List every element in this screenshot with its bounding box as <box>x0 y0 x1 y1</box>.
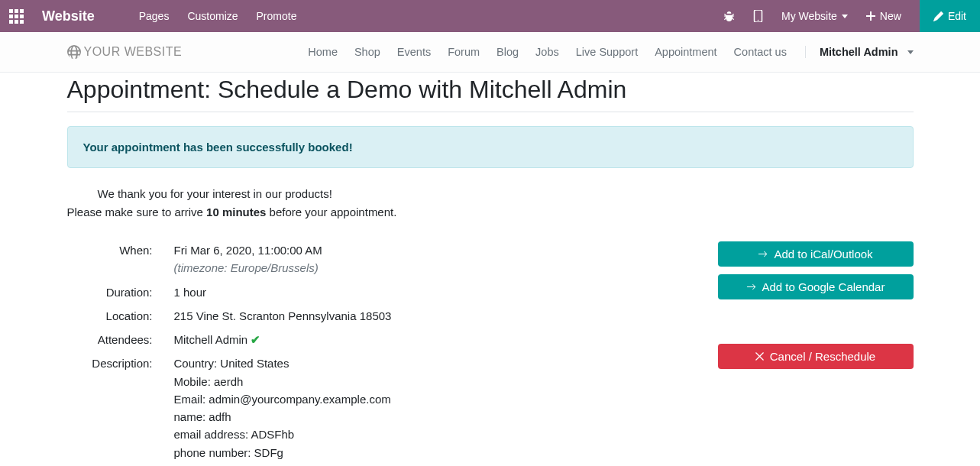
value-description: Country: United States Mobile: aerdh Ema… <box>174 354 687 461</box>
add-gcal-label: Add to Google Calendar <box>762 280 885 293</box>
plus-icon <box>866 11 875 21</box>
detail-when: When: Fri Mar 6, 2020, 11:00:00 AM (time… <box>67 241 687 277</box>
apps-icon[interactable] <box>9 9 24 24</box>
site-nav: YOUR WEBSITE Home Shop Events Forum Blog… <box>55 32 926 72</box>
nav-forum[interactable]: Forum <box>448 46 480 58</box>
desc-email: Email: admin@yourcompany.example.com <box>174 390 687 408</box>
topbar-right: My Website New Edit <box>723 0 971 32</box>
value-when: Fri Mar 6, 2020, 11:00:00 AM (timezone: … <box>174 241 687 277</box>
thanks-line2a: Please make sure to arrive <box>67 205 207 218</box>
when-datetime: Fri Mar 6, 2020, 11:00:00 AM <box>174 244 322 257</box>
title-rule <box>67 112 914 112</box>
thanks-line2: Please make sure to arrive 10 minutes be… <box>67 203 914 222</box>
content-columns: When: Fri Mar 6, 2020, 11:00:00 AM (time… <box>67 241 914 466</box>
add-ical-label: Add to iCal/Outlook <box>774 248 872 261</box>
when-timezone: (timezone: Europe/Brussels) <box>174 261 319 274</box>
mobile-icon[interactable] <box>753 10 763 22</box>
pencil-icon <box>933 11 943 21</box>
page-title: Appointment: Schedule a Demo with Mitche… <box>67 76 914 104</box>
actions-column: Add to iCal/Outlook Add to Google Calend… <box>718 241 914 466</box>
cancel-reschedule-button[interactable]: Cancel / Reschedule <box>718 344 914 369</box>
label-when: When: <box>67 241 174 277</box>
appointment-details: When: Fri Mar 6, 2020, 11:00:00 AM (time… <box>67 241 687 466</box>
menu-pages[interactable]: Pages <box>139 10 170 22</box>
topbar-menu: Pages Customize Promote <box>139 10 297 22</box>
detail-location: Location: 215 Vine St. Scranton Pennsylv… <box>67 307 687 325</box>
nav-home[interactable]: Home <box>308 46 338 58</box>
value-location: 215 Vine St. Scranton Pennsylvania 18503 <box>174 307 687 325</box>
svg-point-1 <box>758 20 759 21</box>
thanks-line2b: 10 minutes <box>206 205 266 218</box>
detail-description: Description: Country: United States Mobi… <box>67 354 687 461</box>
my-website-dropdown[interactable]: My Website <box>781 10 848 22</box>
label-duration: Duration: <box>67 283 174 301</box>
arrow-right-icon <box>758 249 768 259</box>
nav-contact-us[interactable]: Contact us <box>734 46 787 58</box>
close-icon <box>755 352 764 361</box>
desc-mobile: Mobile: aerdh <box>174 373 687 390</box>
nav-appointment[interactable]: Appointment <box>655 46 716 58</box>
label-description: Description: <box>67 354 174 461</box>
menu-promote[interactable]: Promote <box>257 10 297 22</box>
nav-blog[interactable]: Blog <box>496 46 519 58</box>
thanks-line2c: before your appointment. <box>266 205 396 218</box>
desc-name: name: adfh <box>174 408 687 426</box>
add-ical-button[interactable]: Add to iCal/Outlook <box>718 241 914 267</box>
label-attendees: Attendees: <box>67 331 174 348</box>
cancel-label: Cancel / Reschedule <box>770 350 875 363</box>
topbar-left: Website Pages Customize Promote <box>9 8 296 24</box>
new-button[interactable]: New <box>866 10 901 22</box>
edit-label: Edit <box>948 10 966 22</box>
site-menu: Home Shop Events Forum Blog Jobs Live Su… <box>308 46 913 58</box>
arrow-right-icon <box>746 282 756 292</box>
detail-attendees: Attendees: Mitchell Admin ✔ <box>67 331 687 348</box>
site-logo[interactable]: YOUR WEBSITE <box>67 45 183 59</box>
chevron-down-icon <box>842 15 848 18</box>
edit-button[interactable]: Edit <box>920 0 980 32</box>
desc-country: Country: United States <box>174 354 687 372</box>
desc-phone: phone number: SDFg <box>174 444 687 461</box>
nav-live-support[interactable]: Live Support <box>576 46 638 58</box>
nav-shop[interactable]: Shop <box>354 46 380 58</box>
chevron-down-icon <box>907 50 914 54</box>
attendee-name: Mitchell Admin <box>174 333 248 346</box>
globe-icon <box>67 45 81 59</box>
site-nav-wrap: YOUR WEBSITE Home Shop Events Forum Blog… <box>0 32 980 73</box>
nav-user-name: Mitchell Admin <box>820 46 898 58</box>
main-container: Appointment: Schedule a Demo with Mitche… <box>55 73 926 466</box>
menu-customize[interactable]: Customize <box>187 10 238 22</box>
nav-jobs[interactable]: Jobs <box>535 46 559 58</box>
app-brand[interactable]: Website <box>42 8 95 24</box>
my-website-label: My Website <box>781 10 837 22</box>
value-attendees: Mitchell Admin ✔ <box>174 331 687 348</box>
value-duration: 1 hour <box>174 283 687 301</box>
label-location: Location: <box>67 307 174 325</box>
spacer <box>718 307 914 336</box>
success-message: Your appointment has been successfully b… <box>83 141 898 154</box>
detail-duration: Duration: 1 hour <box>67 283 687 301</box>
new-label: New <box>880 10 901 22</box>
site-logo-text: YOUR WEBSITE <box>84 45 183 59</box>
editor-topbar: Website Pages Customize Promote My Websi… <box>0 0 980 32</box>
thanks-line1: We thank you for your interest in our pr… <box>67 185 914 203</box>
add-gcal-button[interactable]: Add to Google Calendar <box>718 274 914 299</box>
success-alert: Your appointment has been successfully b… <box>67 126 914 168</box>
nav-user-dropdown[interactable]: Mitchell Admin <box>805 46 914 58</box>
nav-events[interactable]: Events <box>397 46 431 58</box>
thanks-block: We thank you for your interest in our pr… <box>67 185 914 222</box>
bug-icon[interactable] <box>723 11 735 22</box>
desc-email-address: email address: ADSFhb <box>174 426 687 443</box>
check-icon: ✔ <box>251 333 260 346</box>
